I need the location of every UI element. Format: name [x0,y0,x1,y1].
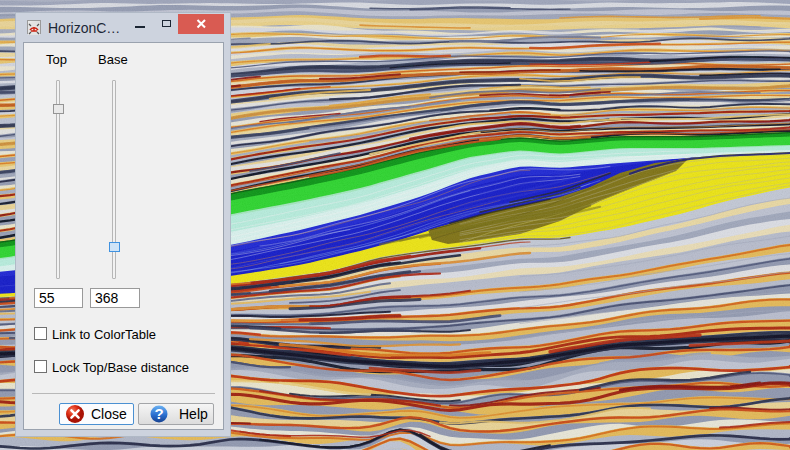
svg-text:?: ? [154,405,163,422]
svg-text:Help: Help [179,406,208,422]
svg-text:Close: Close [91,406,127,422]
